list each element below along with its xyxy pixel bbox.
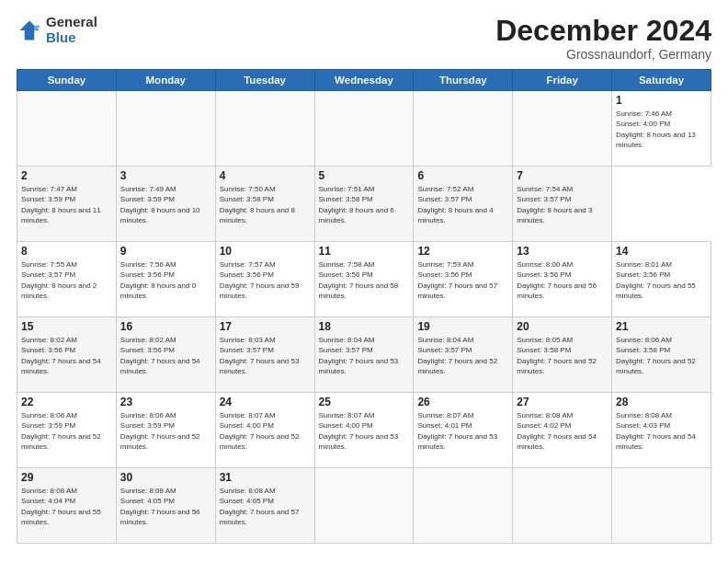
day-number: 28: [616, 396, 707, 408]
table-row: [116, 91, 215, 167]
day-info: Sunrise: 7:46 AMSunset: 4:00 PMDaylight:…: [616, 109, 696, 149]
day-number: 24: [220, 396, 311, 408]
table-row: 2 Sunrise: 7:47 AMSunset: 3:59 PMDayligh…: [17, 167, 117, 242]
table-row: 21 Sunrise: 8:06 AMSunset: 3:58 PMDaylig…: [612, 317, 711, 393]
day-number: 1: [616, 94, 707, 107]
calendar: Sunday Monday Tuesday Wednesday Thursday…: [17, 69, 711, 544]
day-number: 11: [319, 245, 410, 258]
day-number: 2: [21, 169, 112, 182]
day-info: Sunrise: 8:06 AMSunset: 3:59 PMDaylight:…: [120, 411, 200, 451]
header-monday: Monday: [116, 70, 215, 91]
day-number: 20: [517, 320, 608, 333]
day-number: 23: [120, 396, 211, 408]
table-row: 30 Sunrise: 8:08 AMSunset: 4:05 PMDaylig…: [116, 468, 215, 544]
day-info: Sunrise: 7:51 AMSunset: 3:58 PMDaylight:…: [319, 185, 394, 224]
day-info: Sunrise: 8:08 AMSunset: 4:05 PMDaylight:…: [120, 487, 200, 526]
table-row: [314, 91, 414, 167]
day-number: 27: [517, 396, 608, 408]
day-number: 3: [120, 169, 211, 182]
day-info: Sunrise: 7:55 AMSunset: 3:57 PMDaylight:…: [21, 260, 97, 300]
calendar-week-row: 22 Sunrise: 8:06 AMSunset: 3:59 PMDaylig…: [17, 393, 711, 468]
header-friday: Friday: [513, 70, 612, 91]
day-number: 25: [319, 396, 410, 408]
day-number: 14: [616, 245, 707, 258]
day-number: 5: [319, 169, 410, 182]
day-number: 8: [21, 245, 112, 258]
calendar-week-row: 1 Sunrise: 7:46 AMSunset: 4:00 PMDayligh…: [17, 91, 711, 167]
table-row: [414, 91, 513, 167]
table-row: [612, 468, 711, 544]
header-thursday: Thursday: [414, 70, 513, 91]
day-info: Sunrise: 8:08 AMSunset: 4:02 PMDaylight:…: [517, 411, 597, 451]
day-info: Sunrise: 8:07 AMSunset: 4:01 PMDaylight:…: [417, 411, 497, 451]
table-row: 31 Sunrise: 8:08 AMSunset: 4:05 PMDaylig…: [215, 468, 314, 544]
header-tuesday: Tuesday: [215, 70, 314, 91]
day-info: Sunrise: 8:08 AMSunset: 4:05 PMDaylight:…: [220, 487, 300, 526]
table-row: 14 Sunrise: 8:01 AMSunset: 3:56 PMDaylig…: [612, 242, 711, 317]
page: General Blue December 2024 Grossnaundorf…: [0, 0, 728, 563]
logo-general-text: General: [46, 15, 97, 30]
svg-marker-1: [34, 25, 40, 31]
table-row: 17 Sunrise: 8:03 AMSunset: 3:57 PMDaylig…: [215, 317, 314, 393]
logo: General Blue: [17, 15, 97, 45]
day-info: Sunrise: 8:03 AMSunset: 3:57 PMDaylight:…: [220, 336, 300, 375]
day-info: Sunrise: 7:49 AMSunset: 3:59 PMDaylight:…: [120, 185, 200, 224]
title-block: December 2024 Grossnaundorf, Germany: [495, 15, 711, 62]
day-number: 13: [517, 245, 608, 258]
table-row: 4 Sunrise: 7:50 AMSunset: 3:58 PMDayligh…: [215, 167, 314, 242]
table-row: 23 Sunrise: 8:06 AMSunset: 3:59 PMDaylig…: [116, 393, 215, 468]
day-info: Sunrise: 8:05 AMSunset: 3:58 PMDaylight:…: [517, 336, 597, 375]
header: General Blue December 2024 Grossnaundorf…: [17, 15, 711, 62]
table-row: 22 Sunrise: 8:06 AMSunset: 3:59 PMDaylig…: [17, 393, 117, 468]
table-row: 3 Sunrise: 7:49 AMSunset: 3:59 PMDayligh…: [116, 167, 215, 242]
day-info: Sunrise: 8:07 AMSunset: 4:00 PMDaylight:…: [319, 411, 399, 451]
table-row: 8 Sunrise: 7:55 AMSunset: 3:57 PMDayligh…: [17, 242, 117, 317]
table-row: 24 Sunrise: 8:07 AMSunset: 4:00 PMDaylig…: [215, 393, 314, 468]
calendar-week-row: 2 Sunrise: 7:47 AMSunset: 3:59 PMDayligh…: [17, 167, 711, 242]
table-row: 28 Sunrise: 8:08 AMSunset: 4:03 PMDaylig…: [612, 393, 711, 468]
day-info: Sunrise: 7:57 AMSunset: 3:56 PMDaylight:…: [220, 260, 300, 300]
table-row: 9 Sunrise: 7:56 AMSunset: 3:56 PMDayligh…: [116, 242, 215, 317]
day-number: 15: [21, 320, 112, 333]
day-number: 31: [220, 471, 311, 484]
table-row: [215, 91, 314, 167]
day-number: 18: [319, 320, 410, 333]
table-row: 29 Sunrise: 8:08 AMSunset: 4:04 PMDaylig…: [17, 468, 117, 544]
day-info: Sunrise: 8:00 AMSunset: 3:56 PMDaylight:…: [517, 260, 597, 300]
month-title: December 2024: [495, 15, 711, 47]
header-wednesday: Wednesday: [314, 70, 414, 91]
day-info: Sunrise: 7:58 AMSunset: 3:56 PMDaylight:…: [319, 260, 399, 300]
day-number: 19: [417, 320, 508, 333]
table-row: 1 Sunrise: 7:46 AMSunset: 4:00 PMDayligh…: [612, 91, 711, 167]
day-info: Sunrise: 8:02 AMSunset: 3:56 PMDaylight:…: [21, 336, 101, 375]
day-number: 12: [417, 245, 508, 258]
location: Grossnaundorf, Germany: [495, 47, 711, 62]
day-number: 9: [120, 245, 211, 258]
table-row: 27 Sunrise: 8:08 AMSunset: 4:02 PMDaylig…: [513, 393, 612, 468]
calendar-header-row: Sunday Monday Tuesday Wednesday Thursday…: [17, 70, 711, 91]
svg-marker-0: [20, 20, 40, 40]
table-row: 18 Sunrise: 8:04 AMSunset: 3:57 PMDaylig…: [314, 317, 414, 393]
day-info: Sunrise: 7:54 AMSunset: 3:57 PMDaylight:…: [517, 185, 592, 224]
calendar-week-row: 8 Sunrise: 7:55 AMSunset: 3:57 PMDayligh…: [17, 242, 711, 317]
header-saturday: Saturday: [612, 70, 711, 91]
day-number: 29: [21, 471, 112, 484]
day-number: 16: [120, 320, 211, 333]
day-number: 7: [517, 169, 608, 182]
day-info: Sunrise: 8:02 AMSunset: 3:56 PMDaylight:…: [120, 336, 200, 375]
table-row: 16 Sunrise: 8:02 AMSunset: 3:56 PMDaylig…: [116, 317, 215, 393]
day-info: Sunrise: 8:07 AMSunset: 4:00 PMDaylight:…: [220, 411, 300, 451]
day-number: 4: [220, 169, 311, 182]
day-number: 30: [120, 471, 211, 484]
table-row: 26 Sunrise: 8:07 AMSunset: 4:01 PMDaylig…: [414, 393, 513, 468]
table-row: [513, 91, 612, 167]
table-row: 13 Sunrise: 8:00 AMSunset: 3:56 PMDaylig…: [513, 242, 612, 317]
logo-icon: [17, 17, 42, 43]
table-row: [414, 468, 513, 544]
day-number: 21: [616, 320, 707, 333]
header-sunday: Sunday: [17, 70, 117, 91]
table-row: 25 Sunrise: 8:07 AMSunset: 4:00 PMDaylig…: [314, 393, 414, 468]
day-info: Sunrise: 7:56 AMSunset: 3:56 PMDaylight:…: [120, 260, 196, 300]
table-row: 15 Sunrise: 8:02 AMSunset: 3:56 PMDaylig…: [17, 317, 117, 393]
table-row: 19 Sunrise: 8:04 AMSunset: 3:57 PMDaylig…: [414, 317, 513, 393]
